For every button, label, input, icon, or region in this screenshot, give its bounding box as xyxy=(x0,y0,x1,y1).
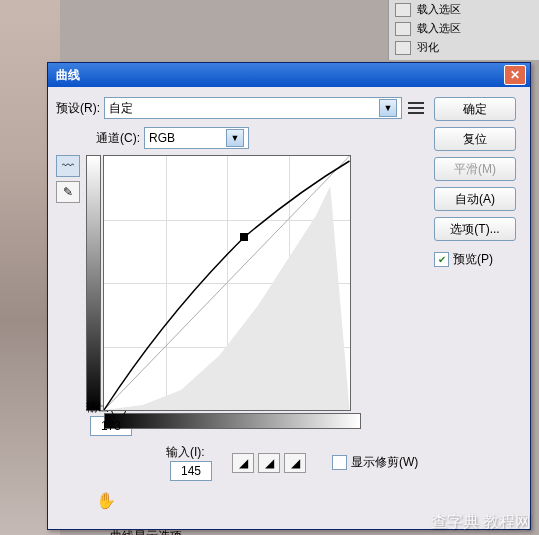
smooth-button[interactable]: 平滑(M) xyxy=(434,157,516,181)
layer-icon xyxy=(395,3,411,17)
panel-label: 载入选区 xyxy=(417,2,461,17)
panel-label: 羽化 xyxy=(417,40,439,55)
preset-value: 自定 xyxy=(109,100,133,117)
input-label: 输入(I): xyxy=(166,444,212,461)
preview-checkbox[interactable]: ✔ xyxy=(434,252,449,267)
preset-label: 预设(R): xyxy=(56,100,100,117)
gray-point-eyedropper[interactable]: ◢ xyxy=(258,453,280,473)
dialog-title: 曲线 xyxy=(52,67,504,84)
channel-label: 通道(C): xyxy=(96,130,140,147)
expand-label: 曲线显示选项 xyxy=(110,528,182,535)
layer-icon xyxy=(395,22,411,36)
histogram xyxy=(104,186,350,410)
input-gradient xyxy=(104,413,361,429)
curve-tool[interactable]: 〰 xyxy=(56,155,80,177)
panel-item: 载入选区 xyxy=(389,19,539,38)
layer-icon xyxy=(395,41,411,55)
channel-select[interactable]: RGB ▼ xyxy=(144,127,249,149)
input-field[interactable]: 145 xyxy=(170,461,212,481)
expand-icon: ⌄ xyxy=(96,531,104,535)
channel-value: RGB xyxy=(149,131,175,145)
preview-label: 预览(P) xyxy=(453,251,493,268)
chevron-down-icon: ▼ xyxy=(379,99,397,117)
curve-graph[interactable] xyxy=(103,155,351,411)
chevron-down-icon: ▼ xyxy=(226,129,244,147)
background-panel: 载入选区 载入选区 羽化 xyxy=(388,0,539,60)
curves-dialog: 曲线 ✕ 预设(R): 自定 ▼ 通道(C): RGB ▼ xyxy=(47,62,531,530)
hand-tool-icon[interactable]: ✋ xyxy=(96,491,424,510)
preset-select[interactable]: 自定 ▼ xyxy=(104,97,402,119)
reset-button[interactable]: 复位 xyxy=(434,127,516,151)
close-button[interactable]: ✕ xyxy=(504,65,526,85)
curve-display-options[interactable]: ⌄ 曲线显示选项 xyxy=(96,528,424,535)
show-clipping-label: 显示修剪(W) xyxy=(351,454,418,471)
preset-menu-icon[interactable] xyxy=(408,101,424,115)
titlebar[interactable]: 曲线 ✕ xyxy=(48,63,530,87)
output-gradient xyxy=(86,155,101,411)
ok-button[interactable]: 确定 xyxy=(434,97,516,121)
black-point-eyedropper[interactable]: ◢ xyxy=(232,453,254,473)
panel-item: 载入选区 xyxy=(389,0,539,19)
panel-item: 羽化 xyxy=(389,38,539,57)
watermark: 查字典 教程网 xyxy=(431,512,531,533)
pencil-tool[interactable]: ✎ xyxy=(56,181,80,203)
curve-point[interactable] xyxy=(240,233,248,241)
panel-label: 载入选区 xyxy=(417,21,461,36)
options-button[interactable]: 选项(T)... xyxy=(434,217,516,241)
auto-button[interactable]: 自动(A) xyxy=(434,187,516,211)
show-clipping-checkbox[interactable] xyxy=(332,455,347,470)
white-point-eyedropper[interactable]: ◢ xyxy=(284,453,306,473)
